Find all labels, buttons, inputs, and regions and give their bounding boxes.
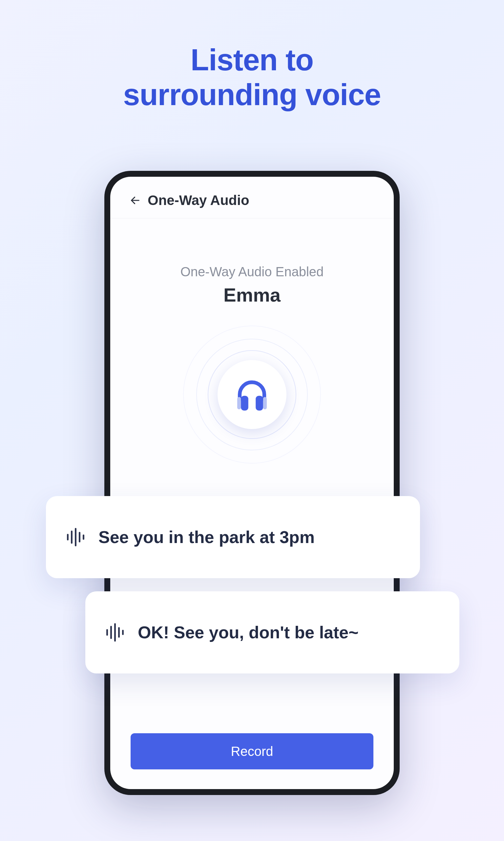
- svg-rect-9: [83, 534, 84, 540]
- svg-rect-12: [114, 623, 116, 641]
- svg-rect-6: [71, 531, 73, 544]
- transcript-text: See you in the park at 3pm: [98, 527, 315, 547]
- topbar: One-Way Audio: [110, 177, 394, 219]
- svg-rect-3: [263, 397, 267, 410]
- status-block: One-Way Audio Enabled Emma: [110, 264, 394, 306]
- headline-line-2: surrounding voice: [0, 78, 504, 113]
- svg-rect-11: [110, 626, 112, 639]
- headphones-icon: [232, 375, 272, 414]
- svg-rect-13: [118, 627, 120, 638]
- svg-rect-4: [256, 396, 263, 411]
- transcript-bubble: See you in the park at 3pm: [46, 496, 420, 578]
- headline-line-1: Listen to: [0, 43, 504, 78]
- svg-rect-7: [75, 528, 76, 546]
- phone-screen: One-Way Audio One-Way Audio Enabled Emma…: [110, 177, 394, 789]
- svg-rect-2: [241, 396, 248, 411]
- svg-rect-1: [237, 397, 241, 410]
- headphone-circle: [218, 360, 286, 429]
- audio-wave-icon: [105, 623, 126, 641]
- audio-pulse-visual: [183, 326, 321, 464]
- status-label: One-Way Audio Enabled: [110, 264, 394, 279]
- back-button[interactable]: [129, 194, 142, 207]
- arrow-left-icon: [130, 195, 141, 206]
- record-button[interactable]: Record: [131, 733, 373, 769]
- svg-rect-14: [122, 630, 124, 635]
- audio-wave-icon: [66, 528, 87, 546]
- phone-frame: One-Way Audio One-Way Audio Enabled Emma…: [104, 171, 400, 795]
- svg-rect-10: [106, 629, 108, 636]
- contact-name: Emma: [110, 284, 394, 306]
- promo-headline: Listen to surrounding voice: [0, 0, 504, 113]
- svg-rect-8: [79, 532, 80, 543]
- transcript-bubble: OK! See you, don't be late~: [85, 591, 460, 673]
- page-title: One-Way Audio: [148, 192, 249, 208]
- transcript-text: OK! See you, don't be late~: [138, 622, 359, 642]
- svg-rect-5: [67, 534, 69, 540]
